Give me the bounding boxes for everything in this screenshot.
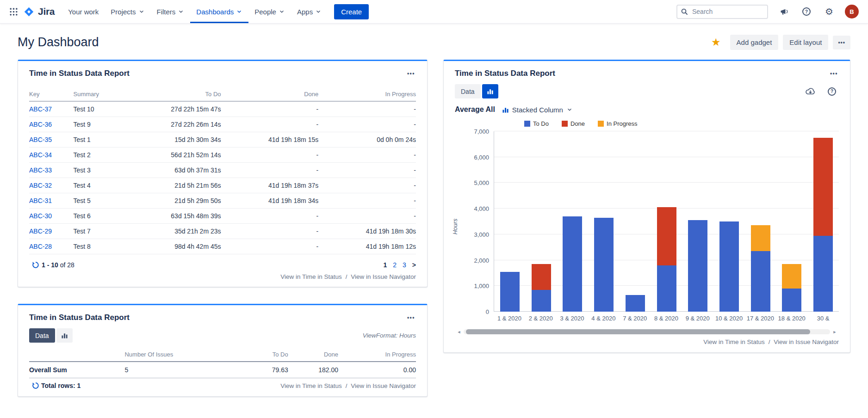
- jira-logo[interactable]: Jira: [23, 6, 55, 18]
- search-input[interactable]: [676, 5, 768, 19]
- issue-key-link[interactable]: ABC-35: [29, 136, 52, 143]
- issue-key-link[interactable]: ABC-32: [29, 182, 52, 189]
- gadget-body: Number Of IssuesTo DoDoneIn Progress Ove…: [18, 348, 427, 378]
- bar-segment-to-do[interactable]: [626, 295, 645, 312]
- issue-key-link[interactable]: ABC-36: [29, 121, 52, 128]
- view-in-issue-navigator-link[interactable]: View in Issue Navigator: [351, 382, 416, 389]
- bar-segment-in-progress[interactable]: [782, 264, 801, 289]
- more-icon: •••: [407, 70, 415, 77]
- data-view-button[interactable]: Data: [29, 328, 55, 343]
- bar-segment-done[interactable]: [657, 207, 676, 265]
- issue-key-link[interactable]: ABC-31: [29, 197, 52, 204]
- nav-item-dashboards[interactable]: Dashboards: [190, 0, 248, 23]
- chart-column: [620, 131, 651, 312]
- issue-key-link[interactable]: ABC-28: [29, 243, 52, 250]
- nav-item-your-work[interactable]: Your work: [62, 0, 105, 23]
- gadget-more-button[interactable]: •••: [406, 68, 416, 79]
- bar-segment-in-progress[interactable]: [751, 225, 770, 251]
- gadget-more-button[interactable]: •••: [829, 68, 839, 79]
- legend-item[interactable]: In Progress: [598, 120, 637, 127]
- avatar[interactable]: B: [845, 5, 859, 18]
- bar-segment-to-do[interactable]: [657, 265, 676, 312]
- scrollbar-track[interactable]: [464, 329, 830, 334]
- app-switcher-button[interactable]: [6, 4, 21, 19]
- nav-item-projects[interactable]: Projects: [105, 0, 150, 23]
- issue-key-link[interactable]: ABC-34: [29, 151, 52, 159]
- nav-item-filters[interactable]: Filters: [151, 0, 191, 23]
- bar-stack[interactable]: [688, 131, 707, 312]
- create-button[interactable]: Create: [334, 4, 369, 19]
- page-1-link[interactable]: 1: [383, 261, 387, 269]
- chart-view-button[interactable]: [482, 84, 498, 98]
- cell: ABC-34: [29, 148, 73, 163]
- page-2-link[interactable]: 2: [393, 261, 397, 269]
- nav-item-apps[interactable]: Apps: [291, 0, 328, 23]
- bar-stack[interactable]: [594, 131, 614, 312]
- chart-type-select[interactable]: Stacked Column: [502, 106, 573, 114]
- dashboard-actions: ★ Add gadget Edit layout •••: [711, 35, 850, 50]
- bar-segment-to-do[interactable]: [751, 251, 770, 312]
- favorite-star-button[interactable]: ★: [711, 37, 721, 48]
- bar-segment-done[interactable]: [813, 138, 833, 236]
- bar-segment-done[interactable]: [532, 264, 551, 290]
- x-axis-label: 9 & 2020: [682, 315, 713, 322]
- bar-stack[interactable]: [751, 131, 770, 312]
- announcements-button[interactable]: [777, 5, 791, 18]
- bar-segment-to-do[interactable]: [782, 289, 801, 312]
- dashboard-more-button[interactable]: •••: [833, 36, 850, 49]
- scroll-left-button[interactable]: ◄: [455, 330, 463, 334]
- scroll-right-button[interactable]: ►: [831, 330, 839, 334]
- chart-view-button[interactable]: [56, 328, 73, 343]
- bar-chart-icon: [487, 88, 494, 95]
- bar-stack[interactable]: [782, 131, 801, 312]
- help-button[interactable]: ?: [800, 5, 813, 18]
- nav-item-people[interactable]: People: [248, 0, 291, 23]
- legend-item[interactable]: To Do: [524, 120, 549, 127]
- data-view-button[interactable]: Data: [455, 84, 481, 98]
- gadget-more-button[interactable]: •••: [406, 313, 416, 323]
- chart-help-button[interactable]: ?: [825, 85, 839, 98]
- view-in-time-in-status-link[interactable]: View in Time in Status: [703, 338, 765, 345]
- cell: 27d 22h 26m 14s: [124, 117, 221, 132]
- legend-item[interactable]: Done: [562, 120, 585, 127]
- issue-key-link[interactable]: ABC-33: [29, 166, 52, 174]
- bar-stack[interactable]: [500, 131, 520, 312]
- cell: -: [221, 148, 319, 163]
- y-tick-label: 1,000: [474, 283, 489, 289]
- issue-key-link[interactable]: ABC-29: [29, 227, 52, 235]
- chart-column: [557, 131, 588, 312]
- bar-stack[interactable]: [719, 131, 739, 312]
- edit-layout-button[interactable]: Edit layout: [783, 35, 828, 50]
- scrollbar-thumb[interactable]: [466, 329, 810, 334]
- bar-segment-to-do[interactable]: [813, 236, 833, 312]
- chart-column: [494, 131, 526, 312]
- refresh-button[interactable]: [29, 381, 37, 390]
- bar-segment-to-do[interactable]: [688, 220, 707, 312]
- bar-stack[interactable]: [626, 131, 645, 312]
- page-3-link[interactable]: 3: [403, 261, 406, 269]
- view-in-issue-navigator-link[interactable]: View in Issue Navigator: [774, 338, 839, 345]
- bar-segment-to-do[interactable]: [500, 272, 520, 312]
- bar-stack[interactable]: [657, 131, 676, 312]
- export-button[interactable]: [803, 85, 817, 98]
- bar-stack[interactable]: [813, 131, 833, 312]
- next-page-link[interactable]: >: [412, 261, 416, 269]
- add-gadget-button[interactable]: Add gadget: [730, 35, 779, 50]
- view-in-time-in-status-link[interactable]: View in Time in Status: [280, 382, 342, 389]
- chevron-down-icon: [566, 106, 573, 113]
- view-in-issue-navigator-link[interactable]: View in Issue Navigator: [351, 273, 416, 280]
- bar-segment-to-do[interactable]: [594, 218, 614, 312]
- view-toggle-bar: Data: [444, 82, 850, 98]
- issue-key-link[interactable]: ABC-37: [29, 105, 52, 113]
- view-in-time-in-status-link[interactable]: View in Time in Status: [280, 273, 342, 280]
- bar-segment-to-do[interactable]: [563, 216, 582, 312]
- bar-segment-to-do[interactable]: [719, 221, 739, 312]
- table-row: ABC-33Test 363d 0h 37m 31s--: [29, 163, 416, 178]
- refresh-button[interactable]: [29, 261, 37, 269]
- issue-key-link[interactable]: ABC-30: [29, 212, 52, 220]
- bar-segment-to-do[interactable]: [532, 290, 551, 312]
- bar-stack[interactable]: [563, 131, 582, 312]
- cell: 41d 19h 18m 15s: [221, 132, 319, 148]
- settings-button[interactable]: ⚙: [822, 5, 836, 18]
- bar-stack[interactable]: [532, 131, 551, 312]
